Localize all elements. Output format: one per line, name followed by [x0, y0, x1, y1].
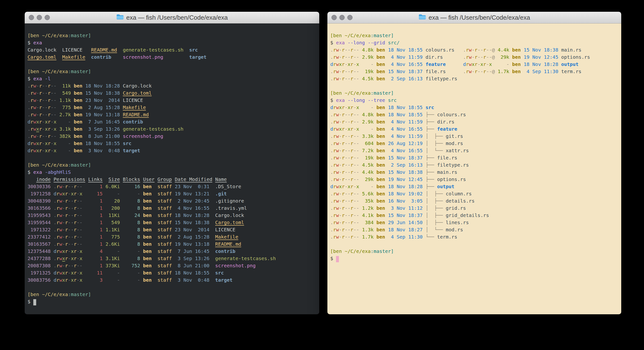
- terminal-line: .rw-r--r-- 1.7k ben 4 Sep 11:30 └── term…: [330, 233, 618, 240]
- terminal-line: 1971258 drwxr-xr-x 15 - - ben staff 19 N…: [28, 190, 316, 197]
- terminal-line: .rw-r--r-- 35k ben 16 Nov 3:05 │ ├── det…: [330, 197, 618, 204]
- terminal-line: [28, 154, 316, 161]
- terminal-line: .rw-r--r-- 19k ben 15 Nov 18:37 file.rs …: [330, 68, 618, 75]
- terminal-line: [ben ~/C/e/exa:master]: [330, 248, 618, 255]
- terminal-line: drwxr-xr-x - ben 18 Nov 18:28 ├── output: [330, 183, 618, 190]
- terminal-line: $ exa --long --grid src/: [330, 39, 618, 46]
- terminal-line: 30083756 drwxr-xr-x 3 - - ben staff 3 No…: [28, 276, 316, 284]
- folder-icon: [116, 14, 124, 22]
- close-button[interactable]: [29, 15, 34, 20]
- terminal-line: .rw-r--r-- 2.9k ben 4 Nov 11:59 dir.rs .…: [330, 54, 618, 61]
- terminal-line: drwxr-xr-x - ben 7 Jun 16:45 contrib: [28, 118, 316, 126]
- terminal-line: drwxr-xr-x - ben 18 Nov 18:55 src: [330, 104, 618, 111]
- terminal-line: 12375448 drwxr-xr-x 4 - - ben staff 7 Ju…: [28, 248, 316, 255]
- terminal-line: [28, 61, 316, 68]
- terminal-line: [330, 240, 618, 248]
- terminal-line: 30030336 .rw-r--r-- 1 6.0Ki 16 ben staff…: [28, 183, 316, 190]
- terminal-line: 30163567 .rw-r--r-- 1 2.6Ki 8 ben staff …: [28, 240, 316, 248]
- terminal-line: $: [28, 298, 316, 305]
- window-title-text: exa — fish /Users/ben/Code/exa/exa: [126, 14, 228, 21]
- terminal-line: [ben ~/C/e/exa:master]: [330, 32, 618, 39]
- terminal-line: drwxr-xr-x - ben 4 Nov 16:55 ├── feature: [330, 126, 618, 132]
- titlebar[interactable]: exa — fish /Users/ben/Code/exa/exa: [328, 12, 621, 24]
- text-cursor: [33, 299, 36, 306]
- terminal-line: 30048390 .rw-r--r-- 1 20 8 ben staff 2 N…: [28, 197, 316, 204]
- terminal-line: Cargo.lock LICENCE README.md generate-te…: [28, 46, 316, 54]
- window-controls: [332, 15, 352, 20]
- terminal-line: 1971322 .rw-r--r-- 1 1.1Ki 8 ben staff 2…: [28, 226, 316, 233]
- terminal-line: .rw-r--r-- 4.4k ben 15 Nov 18:38 ├── mai…: [330, 168, 618, 176]
- terminal-line: .rw-r--r-- 5.6k ben 18 Nov 19:02 │ ├── c…: [330, 190, 618, 197]
- terminal-line: .rw-r--r-- 4.8k ben 18 Nov 18:55 ├── col…: [330, 111, 618, 118]
- terminal-line: .rw-r--r-- 1.3k ben 18 Nov 18:27 │ └── m…: [330, 226, 618, 233]
- terminal-line: [330, 82, 618, 90]
- terminal-line: .rw-r--r-- 382k ben 8 Jun 21:00 screensh…: [28, 132, 316, 140]
- terminal-line: [ben ~/C/e/exa:master]: [28, 68, 316, 75]
- folder-icon: [418, 14, 426, 22]
- terminal-line: $ exa: [28, 39, 316, 46]
- zoom-button[interactable]: [44, 15, 50, 20]
- text-cursor: [336, 256, 339, 262]
- terminal-line: .rw-r--r-- 2.9k ben 4 Nov 11:59 ├── dir.…: [330, 118, 618, 126]
- terminal-line: [ben ~/C/e/exa:master]: [28, 32, 316, 39]
- terminal-line: .rw-r--r-- 29k ben 19 Nov 12:45 ├── opti…: [330, 176, 618, 183]
- terminal-line: .rw-r--r-- 1.1k ben 23 Nov 2014 LICENCE: [28, 96, 316, 104]
- terminal-line: 20087308 .rw-r--r-- 1 373Ki 752 ben staf…: [28, 262, 316, 269]
- terminal-line: .rw-r--r-- 1.2k ben 3 Nov 11:12 │ ├── gr…: [330, 204, 618, 212]
- terminal-line: drwxr-xr-x - ben 18 Nov 18:55 src: [28, 140, 316, 147]
- terminal-line: 31959543 .rw-r--r-- 1 11Ki 24 ben staff …: [28, 212, 316, 219]
- window-title: exa — fish /Users/ben/Code/exa/exa: [116, 14, 228, 22]
- terminal-line: .rw-r--r-- 11k ben 18 Nov 18:28 Cargo.lo…: [28, 82, 316, 90]
- terminal-line: 24377288 .rwxr-xr-x 1 3.1Ki 8 ben staff …: [28, 255, 316, 262]
- window-title: exa — fish /Users/ben/Code/exa/exa: [418, 14, 530, 22]
- terminal-line: drwxr-xr-x - ben 4 Nov 16:55 feature drw…: [330, 61, 618, 68]
- terminal-line: .rw-r--r-- 384 ben 29 Jun 14:50 │ ├── li…: [330, 219, 618, 226]
- window-title-text: exa — fish /Users/ben/Code/exa/exa: [428, 14, 530, 21]
- close-button[interactable]: [332, 15, 337, 20]
- terminal-line: [ben ~/C/e/exa:master]: [330, 90, 618, 96]
- terminal-line: .rw-r--r-- 4.1k ben 15 Nov 18:37 │ ├── g…: [330, 212, 618, 219]
- terminal-line: .rw-r--r-- 604 ben 26 Aug 12:19 │ ├── mo…: [330, 140, 618, 147]
- terminal-output[interactable]: [ben ~/C/e/exa:master]$ exa --long --gri…: [328, 24, 621, 314]
- window-controls: [29, 15, 50, 20]
- terminal-window-dark: exa — fish /Users/ben/Code/exa/exa [ben …: [25, 12, 319, 314]
- terminal-line: 1971325 drwxr-xr-x 11 - - ben staff 18 N…: [28, 269, 316, 276]
- terminal-line: $ exa -l: [28, 75, 316, 82]
- terminal-line: .rw-r--r-- 775 ben 2 Aug 15:28 Makefile: [28, 104, 316, 111]
- terminal-line: .rw-r--r-- 549 ben 15 Nov 18:38 Cargo.to…: [28, 90, 316, 96]
- minimize-button[interactable]: [37, 15, 42, 20]
- terminal-line: [ben ~/C/e/exa:master]: [28, 291, 316, 298]
- terminal-window-light: exa — fish /Users/ben/Code/exa/exa [ben …: [328, 12, 621, 314]
- terminal-line: .rw-r--r-- 7.2k ben 4 Nov 16:55 │ └── xa…: [330, 147, 618, 154]
- terminal-line: .rw-r--r-- 3.3k ben 4 Nov 11:59 │ ├── gi…: [330, 132, 618, 140]
- terminal-line: .rw-r--r-- 2.7k ben 19 Nov 13:18 README.…: [28, 111, 316, 118]
- terminal-line: .rw-r--r-- 19k ben 15 Nov 18:37 ├── file…: [330, 154, 618, 161]
- titlebar[interactable]: exa — fish /Users/ben/Code/exa/exa: [25, 12, 319, 24]
- zoom-button[interactable]: [347, 15, 352, 20]
- terminal-line: $ exa -abghHliS: [28, 168, 316, 176]
- terminal-line: 23377412 .rw-r--r-- 1 775 8 ben staff 2 …: [28, 233, 316, 240]
- terminal-line: Cargo.toml Makefile contrib screenshot.p…: [28, 54, 316, 61]
- terminal-line: [28, 284, 316, 291]
- terminal-line: inode Permissions Links Size Blocks User…: [28, 176, 316, 183]
- terminal-line: 30163566 .rw-r--r-- 1 200 8 ben staff 4 …: [28, 204, 316, 212]
- terminal-line: drwxr-xr-x - ben 3 Nov 0:48 target: [28, 147, 316, 154]
- terminal-line: [ben ~/C/e/exa:master]: [28, 161, 316, 168]
- terminal-output[interactable]: [ben ~/C/e/exa:master]$ exaCargo.lock LI…: [25, 24, 319, 314]
- terminal-line: $ exa --long --tree src: [330, 96, 618, 104]
- terminal-line: .rwxr-xr-x 3.1k ben 3 Sep 13:26 generate…: [28, 126, 316, 132]
- terminal-line: .rw-r--r-- 4.5k ben 2 Sep 16:13 filetype…: [330, 75, 618, 82]
- terminal-line: 31959544 .rw-r--r-- 1 549 8 ben staff 15…: [28, 219, 316, 226]
- terminal-line: .rw-r--r-- 4.8k ben 18 Nov 18:55 colours…: [330, 46, 618, 54]
- terminal-line: .rw-r--r-- 4.5k ben 2 Sep 16:13 ├── file…: [330, 161, 618, 168]
- minimize-button[interactable]: [340, 15, 345, 20]
- terminal-line: $: [330, 255, 618, 262]
